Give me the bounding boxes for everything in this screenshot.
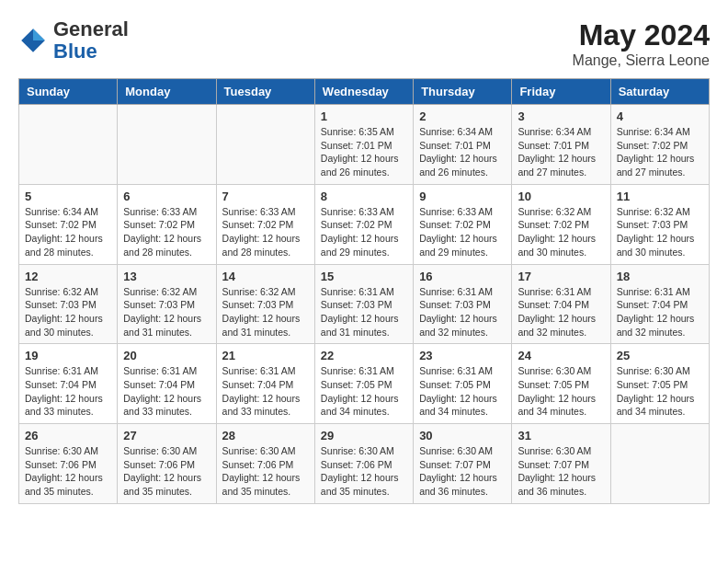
- location: Mange, Sierra Leone: [573, 52, 710, 69]
- day-of-week-header: Monday: [118, 79, 216, 105]
- day-number: 25: [617, 349, 703, 362]
- day-info: Sunrise: 6:32 AM Sunset: 7:02 PM Dayligh…: [518, 205, 604, 259]
- day-number: 9: [419, 190, 506, 203]
- day-number: 21: [222, 349, 309, 362]
- day-info: Sunrise: 6:33 AM Sunset: 7:02 PM Dayligh…: [321, 205, 407, 259]
- calendar-cell: 17Sunrise: 6:31 AM Sunset: 7:04 PM Dayli…: [512, 264, 610, 344]
- day-info: Sunrise: 6:34 AM Sunset: 7:02 PM Dayligh…: [617, 125, 703, 179]
- day-info: Sunrise: 6:33 AM Sunset: 7:02 PM Dayligh…: [222, 205, 309, 259]
- day-of-week-header: Sunday: [19, 79, 118, 105]
- calendar-cell: [19, 105, 118, 185]
- day-number: 5: [25, 190, 111, 203]
- day-info: Sunrise: 6:32 AM Sunset: 7:03 PM Dayligh…: [25, 285, 111, 339]
- day-number: 23: [419, 349, 506, 362]
- day-number: 22: [321, 349, 407, 362]
- calendar-week-row: 5Sunrise: 6:34 AM Sunset: 7:02 PM Daylig…: [19, 184, 710, 264]
- day-number: 20: [123, 349, 210, 362]
- calendar-cell: 31Sunrise: 6:30 AM Sunset: 7:07 PM Dayli…: [512, 424, 610, 504]
- day-of-week-header: Friday: [512, 79, 610, 105]
- day-info: Sunrise: 6:31 AM Sunset: 7:04 PM Dayligh…: [123, 364, 210, 419]
- day-number: 27: [123, 429, 210, 442]
- calendar-cell: 13Sunrise: 6:32 AM Sunset: 7:03 PM Dayli…: [118, 264, 216, 344]
- day-info: Sunrise: 6:30 AM Sunset: 7:05 PM Dayligh…: [518, 364, 604, 419]
- day-info: Sunrise: 6:31 AM Sunset: 7:04 PM Dayligh…: [617, 285, 703, 339]
- day-number: 29: [321, 429, 407, 442]
- day-info: Sunrise: 6:33 AM Sunset: 7:02 PM Dayligh…: [419, 205, 506, 259]
- calendar-cell: 22Sunrise: 6:31 AM Sunset: 7:05 PM Dayli…: [314, 344, 413, 424]
- day-number: 30: [419, 429, 506, 442]
- calendar-body: 1Sunrise: 6:35 AM Sunset: 7:01 PM Daylig…: [19, 105, 710, 504]
- calendar-cell: 4Sunrise: 6:34 AM Sunset: 7:02 PM Daylig…: [610, 105, 709, 185]
- calendar-cell: 14Sunrise: 6:32 AM Sunset: 7:03 PM Dayli…: [216, 264, 314, 344]
- day-info: Sunrise: 6:32 AM Sunset: 7:03 PM Dayligh…: [123, 285, 210, 339]
- day-info: Sunrise: 6:34 AM Sunset: 7:02 PM Dayligh…: [25, 205, 111, 259]
- calendar-cell: 20Sunrise: 6:31 AM Sunset: 7:04 PM Dayli…: [118, 344, 216, 424]
- day-info: Sunrise: 6:31 AM Sunset: 7:04 PM Dayligh…: [518, 285, 604, 339]
- day-number: 6: [123, 190, 210, 203]
- day-info: Sunrise: 6:30 AM Sunset: 7:07 PM Dayligh…: [419, 444, 506, 499]
- day-number: 8: [321, 190, 407, 203]
- calendar-cell: 3Sunrise: 6:34 AM Sunset: 7:01 PM Daylig…: [512, 105, 610, 185]
- calendar-cell: [610, 424, 709, 504]
- calendar-cell: 24Sunrise: 6:30 AM Sunset: 7:05 PM Dayli…: [512, 344, 610, 424]
- calendar-cell: 23Sunrise: 6:31 AM Sunset: 7:05 PM Dayli…: [414, 344, 512, 424]
- calendar-cell: 5Sunrise: 6:34 AM Sunset: 7:02 PM Daylig…: [19, 184, 118, 264]
- day-info: Sunrise: 6:35 AM Sunset: 7:01 PM Dayligh…: [321, 125, 407, 179]
- logo: General Blue: [18, 18, 129, 63]
- calendar-week-row: 19Sunrise: 6:31 AM Sunset: 7:04 PM Dayli…: [19, 344, 710, 424]
- calendar-header-row: SundayMondayTuesdayWednesdayThursdayFrid…: [19, 79, 710, 105]
- day-number: 24: [518, 349, 604, 362]
- day-info: Sunrise: 6:30 AM Sunset: 7:06 PM Dayligh…: [25, 444, 111, 499]
- day-number: 28: [222, 429, 309, 442]
- day-of-week-header: Wednesday: [314, 79, 413, 105]
- day-info: Sunrise: 6:32 AM Sunset: 7:03 PM Dayligh…: [617, 205, 703, 259]
- day-info: Sunrise: 6:30 AM Sunset: 7:07 PM Dayligh…: [518, 444, 604, 499]
- calendar-cell: 15Sunrise: 6:31 AM Sunset: 7:03 PM Dayli…: [314, 264, 413, 344]
- calendar-cell: 9Sunrise: 6:33 AM Sunset: 7:02 PM Daylig…: [414, 184, 512, 264]
- calendar-cell: 10Sunrise: 6:32 AM Sunset: 7:02 PM Dayli…: [512, 184, 610, 264]
- day-number: 31: [518, 429, 604, 442]
- calendar-cell: 11Sunrise: 6:32 AM Sunset: 7:03 PM Dayli…: [610, 184, 709, 264]
- day-number: 18: [617, 270, 703, 283]
- day-number: 13: [123, 270, 210, 283]
- day-info: Sunrise: 6:34 AM Sunset: 7:01 PM Dayligh…: [518, 125, 604, 179]
- calendar-cell: 12Sunrise: 6:32 AM Sunset: 7:03 PM Dayli…: [19, 264, 118, 344]
- day-info: Sunrise: 6:33 AM Sunset: 7:02 PM Dayligh…: [123, 205, 210, 259]
- day-number: 17: [518, 270, 604, 283]
- calendar-cell: 25Sunrise: 6:30 AM Sunset: 7:05 PM Dayli…: [610, 344, 709, 424]
- day-of-week-header: Thursday: [414, 79, 512, 105]
- calendar-cell: 16Sunrise: 6:31 AM Sunset: 7:03 PM Dayli…: [414, 264, 512, 344]
- calendar-cell: 27Sunrise: 6:30 AM Sunset: 7:06 PM Dayli…: [118, 424, 216, 504]
- day-number: 10: [518, 190, 604, 203]
- calendar-cell: 8Sunrise: 6:33 AM Sunset: 7:02 PM Daylig…: [314, 184, 413, 264]
- day-number: 15: [321, 270, 407, 283]
- calendar-cell: 21Sunrise: 6:31 AM Sunset: 7:04 PM Dayli…: [216, 344, 314, 424]
- day-info: Sunrise: 6:31 AM Sunset: 7:04 PM Dayligh…: [222, 364, 309, 419]
- day-info: Sunrise: 6:31 AM Sunset: 7:03 PM Dayligh…: [419, 285, 506, 339]
- day-number: 26: [25, 429, 111, 442]
- page-header: General Blue May 2024 Mange, Sierra Leon…: [18, 18, 710, 69]
- day-of-week-header: Saturday: [610, 79, 709, 105]
- calendar-cell: 29Sunrise: 6:30 AM Sunset: 7:06 PM Dayli…: [314, 424, 413, 504]
- calendar-cell: 28Sunrise: 6:30 AM Sunset: 7:06 PM Dayli…: [216, 424, 314, 504]
- day-number: 19: [25, 349, 111, 362]
- day-info: Sunrise: 6:34 AM Sunset: 7:01 PM Dayligh…: [419, 125, 506, 179]
- calendar-cell: 18Sunrise: 6:31 AM Sunset: 7:04 PM Dayli…: [610, 264, 709, 344]
- day-of-week-header: Tuesday: [216, 79, 314, 105]
- calendar-week-row: 12Sunrise: 6:32 AM Sunset: 7:03 PM Dayli…: [19, 264, 710, 344]
- day-info: Sunrise: 6:30 AM Sunset: 7:06 PM Dayligh…: [123, 444, 210, 499]
- logo-icon: [18, 26, 48, 55]
- calendar-cell: 30Sunrise: 6:30 AM Sunset: 7:07 PM Dayli…: [414, 424, 512, 504]
- calendar-cell: 26Sunrise: 6:30 AM Sunset: 7:06 PM Dayli…: [19, 424, 118, 504]
- day-number: 3: [518, 109, 604, 123]
- day-info: Sunrise: 6:30 AM Sunset: 7:05 PM Dayligh…: [617, 364, 703, 419]
- day-info: Sunrise: 6:31 AM Sunset: 7:04 PM Dayligh…: [25, 364, 111, 419]
- calendar-cell: 1Sunrise: 6:35 AM Sunset: 7:01 PM Daylig…: [314, 105, 413, 185]
- day-number: 14: [222, 270, 309, 283]
- day-info: Sunrise: 6:32 AM Sunset: 7:03 PM Dayligh…: [222, 285, 309, 339]
- svg-marker-1: [33, 29, 45, 40]
- day-number: 1: [321, 109, 407, 123]
- day-number: 7: [222, 190, 309, 203]
- day-number: 12: [25, 270, 111, 283]
- calendar-week-row: 1Sunrise: 6:35 AM Sunset: 7:01 PM Daylig…: [19, 105, 710, 185]
